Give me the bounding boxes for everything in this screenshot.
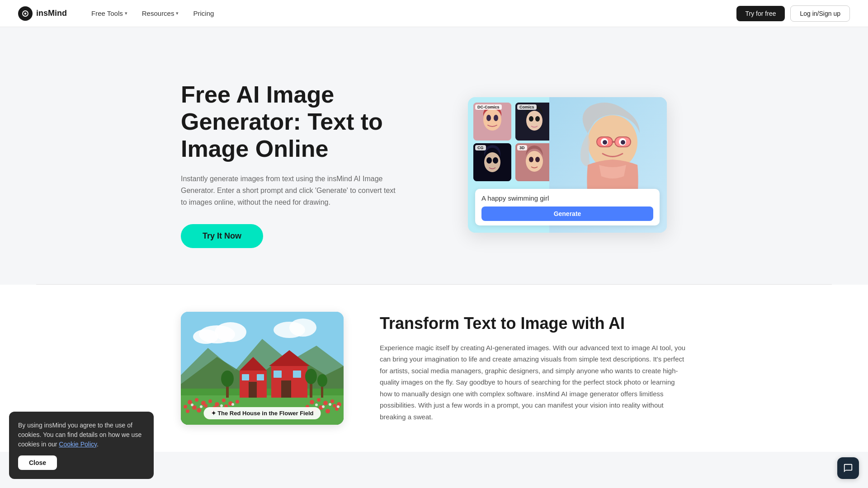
svg-point-9 [535,116,540,122]
svg-point-61 [326,409,330,413]
thumb-label-dc: DC-Comics [475,104,502,110]
svg-point-70 [337,405,340,408]
svg-point-3 [483,109,501,131]
svg-point-51 [330,399,334,403]
svg-point-84 [305,369,317,384]
login-button[interactable]: Log in/Sign up [790,5,850,22]
svg-point-63 [191,404,193,406]
nav-free-tools[interactable]: Free Tools ▾ [85,6,134,21]
chevron-down-icon: ▾ [176,10,179,16]
svg-point-17 [535,157,540,162]
nav-resources[interactable]: Resources ▾ [136,6,185,21]
svg-point-36 [195,398,198,402]
image-caption: ✦ The Red House in the Flower Field [204,407,321,419]
svg-rect-78 [281,380,291,398]
cookie-banner: By using insMind you agree to the use of… [9,412,154,452]
thumbnail-3d: 3D [515,143,553,181]
hero-description: Instantly generate images from text usin… [181,173,398,208]
thumbnail-grid: DC-Comics Comics [473,103,555,181]
thumb-label-cg: CG [475,145,486,150]
svg-point-56 [186,409,189,413]
bottom-image-card: ✦ The Red House in the Flower Field [181,312,344,425]
svg-point-86 [317,374,327,387]
svg-rect-74 [242,374,249,380]
logo-icon [18,6,33,21]
svg-point-49 [317,398,321,402]
hero-image-card: DC-Comics Comics [468,97,667,233]
hero-right: DC-Comics Comics [448,97,687,233]
svg-point-40 [222,399,226,402]
logo[interactable]: insMind [18,6,67,21]
cookie-policy-link[interactable]: Cookie Policy [59,441,97,448]
bottom-text: Transform Text to Image with AI Experien… [380,314,687,423]
nav-pricing[interactable]: Pricing [187,6,220,21]
svg-point-30 [193,329,218,344]
hero-section: Free AI Image Generator: Text to Image O… [0,0,868,284]
svg-point-43 [184,405,187,408]
svg-point-66 [231,403,234,406]
prompt-text: A happy swimming girl [481,194,653,202]
svg-point-64 [200,405,203,408]
nav-links: Free Tools ▾ Resources ▾ Pricing [85,6,736,21]
svg-point-5 [494,115,498,121]
navbar: insMind Free Tools ▾ Resources ▾ Pricing… [0,0,868,27]
svg-point-82 [221,371,234,387]
nav-actions: Try for free Log in/Sign up [736,5,850,22]
svg-point-48 [310,400,314,404]
hero-left: Free AI Image Generator: Text to Image O… [181,81,420,248]
svg-point-69 [329,403,331,406]
svg-rect-80 [293,371,301,378]
thumbnail-dc-comics: DC-Comics [473,103,511,141]
bottom-title: Transform Text to Image with AI [380,314,687,333]
thumbnail-cg: CG [473,143,511,181]
svg-rect-22 [612,141,615,143]
svg-point-55 [333,404,336,408]
svg-point-57 [197,408,201,413]
hero-title: Free AI Image Generator: Text to Image O… [181,81,420,162]
svg-point-25 [603,140,607,145]
svg-point-42 [236,400,239,404]
svg-point-29 [215,322,246,342]
thumb-label-3d: 3D [517,145,527,150]
svg-point-4 [486,115,491,121]
logo-text: insMind [36,9,67,18]
thumb-label-comics: Comics [517,104,537,110]
generate-button[interactable]: Generate [481,206,653,221]
svg-point-8 [529,116,533,122]
svg-point-68 [322,405,325,408]
chevron-down-icon: ▾ [125,10,127,16]
try-it-now-button[interactable]: Try It Now [181,224,263,248]
svg-rect-73 [249,382,257,398]
bottom-description: Experience magic itself by creating AI-g… [380,342,687,423]
svg-point-67 [315,404,318,406]
svg-rect-75 [257,374,264,380]
svg-rect-79 [274,371,282,378]
svg-point-26 [621,140,625,145]
svg-point-45 [204,404,208,408]
svg-point-16 [529,157,533,162]
svg-point-38 [208,399,212,403]
svg-point-1 [24,12,27,14]
thumbnail-comics: Comics [515,103,553,141]
prompt-box: A happy swimming girl Generate [475,189,660,225]
svg-point-13 [493,157,498,164]
svg-point-32 [289,319,316,337]
svg-point-15 [526,151,543,172]
svg-point-50 [323,401,328,405]
svg-point-12 [486,157,492,164]
try-for-free-button[interactable]: Try for free [736,6,785,21]
